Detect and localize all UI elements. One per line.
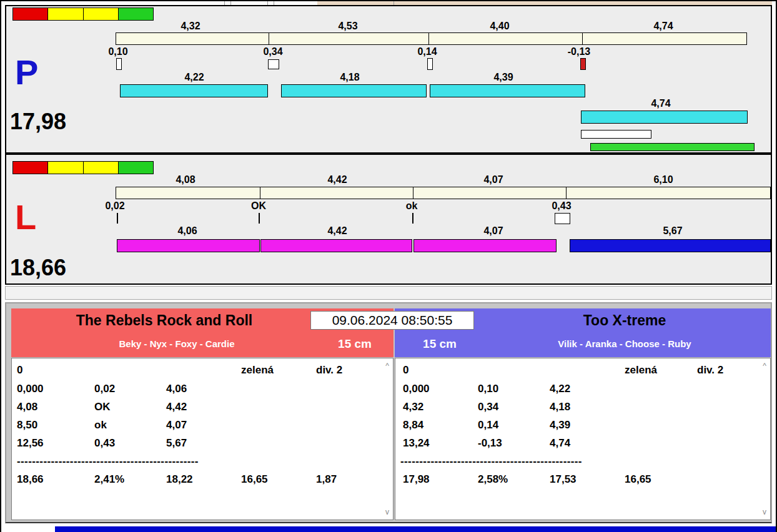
height-class-badge: 15 cm bbox=[402, 337, 477, 351]
delta-marker-fault bbox=[580, 58, 586, 70]
delta-time-label: 0,10 bbox=[108, 46, 127, 57]
team-left-results[interactable]: 0 zelená div. 2 0,000 0,02 4,06 4,08 OK … bbox=[11, 358, 393, 520]
result-cell: 0,34 bbox=[478, 400, 498, 414]
total-value: 16,65 bbox=[625, 473, 651, 486]
scroll-up-icon[interactable]: ^ bbox=[385, 362, 389, 370]
taskbar[interactable] bbox=[55, 526, 777, 532]
lane-total-time: 17,98 bbox=[10, 110, 66, 134]
result-cell: zelená bbox=[625, 363, 657, 377]
background-window-tick bbox=[393, 0, 394, 5]
result-cell: -0,13 bbox=[478, 436, 502, 450]
progress-placeholder-bar bbox=[581, 130, 651, 139]
result-cell: div. 2 bbox=[316, 363, 342, 377]
background-window-tick bbox=[267, 0, 268, 5]
lane-total-time: 18,66 bbox=[10, 256, 66, 280]
results-row: 12,56 0,43 5,67 bbox=[12, 436, 393, 453]
indicator-red-segment bbox=[13, 8, 48, 20]
traffic-light-indicator bbox=[12, 7, 154, 21]
result-cell: 0 bbox=[403, 363, 408, 377]
segment-time-label: 5,67 bbox=[663, 225, 682, 237]
scroll-down-icon[interactable]: v bbox=[385, 508, 389, 516]
total-percent: 2,58% bbox=[478, 473, 508, 486]
total-percent: 2,41% bbox=[94, 473, 124, 486]
reference-time-bar bbox=[116, 187, 771, 199]
split-time-label: 4,08 bbox=[176, 174, 195, 185]
results-info-row: 0 zelená div. 2 bbox=[12, 363, 393, 380]
result-cell: 5,67 bbox=[166, 436, 187, 450]
indicator-yellow-segment bbox=[48, 8, 83, 20]
indicator-green-segment bbox=[119, 8, 153, 20]
result-cell: 12,56 bbox=[17, 436, 44, 450]
result-cell: 4,39 bbox=[550, 418, 570, 432]
status-green-bar bbox=[590, 143, 755, 151]
total-value: 16,65 bbox=[241, 473, 268, 486]
segment-time-label: 4,39 bbox=[493, 72, 513, 83]
results-row: 0,000 0,02 4,06 bbox=[12, 382, 393, 398]
delta-time-label: 0,02 bbox=[105, 200, 124, 212]
team-right-results[interactable]: 0 zelená div. 2 0,000 0,10 4,22 4,32 0,3… bbox=[395, 358, 771, 520]
total-value: 17,53 bbox=[550, 473, 577, 486]
reference-bar-tick bbox=[260, 187, 260, 199]
delta-time-label: ok bbox=[406, 200, 418, 212]
reference-bar-tick bbox=[413, 187, 413, 199]
split-time-label: 4,40 bbox=[490, 21, 509, 32]
result-cell: 0,10 bbox=[478, 382, 498, 396]
segment-bar bbox=[117, 239, 260, 252]
delta-marker bbox=[268, 59, 279, 69]
scroll-down-icon[interactable]: v bbox=[763, 508, 766, 516]
result-cell: 0,000 bbox=[403, 382, 430, 396]
segment-bar bbox=[120, 84, 268, 97]
traffic-light-indicator bbox=[12, 161, 154, 174]
result-cell: 0,000 bbox=[17, 382, 44, 396]
indicator-red-segment bbox=[13, 162, 48, 174]
result-cell: 4,32 bbox=[403, 400, 423, 414]
empty-status-strip bbox=[5, 286, 772, 300]
delta-marker bbox=[116, 58, 122, 70]
background-window-tick bbox=[274, 0, 274, 5]
result-cell: 0 bbox=[17, 363, 22, 377]
segment-bar-final bbox=[570, 239, 771, 252]
results-separator: ----------------------------------------… bbox=[400, 455, 582, 468]
split-time-label: 4,42 bbox=[327, 174, 347, 185]
total-time: 17,98 bbox=[403, 473, 430, 486]
segment-bar bbox=[413, 239, 557, 252]
team-members: Vilik - Aranka - Choose - Ruby bbox=[482, 338, 767, 350]
segment-time-label: 4,07 bbox=[483, 225, 503, 237]
results-separator: ----------------------------------------… bbox=[17, 455, 199, 468]
result-cell: 0,14 bbox=[478, 418, 498, 432]
lane-letter: L bbox=[15, 200, 36, 235]
delta-marker bbox=[427, 58, 433, 70]
segment-time-label: 4,06 bbox=[177, 225, 197, 237]
delta-marker-tick bbox=[259, 213, 260, 224]
result-cell: 0,02 bbox=[94, 382, 115, 396]
segment-time-label: 4,22 bbox=[184, 72, 204, 83]
result-cell: 0,43 bbox=[94, 436, 115, 450]
timestamp: 09.06.2024 08:50:55 bbox=[310, 311, 474, 330]
result-cell: div. 2 bbox=[697, 363, 723, 377]
delta-time-label: -0,13 bbox=[568, 46, 590, 57]
height-class-badge: 15 cm bbox=[311, 337, 398, 351]
split-time-label: 4,32 bbox=[181, 21, 200, 32]
delta-marker-tick bbox=[117, 213, 118, 224]
segment-time-label: 4,18 bbox=[340, 72, 359, 83]
segment-bar bbox=[260, 239, 412, 252]
split-time-label: 6,10 bbox=[653, 174, 673, 185]
result-cell: 8,50 bbox=[17, 418, 37, 432]
background-window-tick bbox=[230, 0, 231, 5]
results-row: 8,50 ok 4,07 bbox=[12, 418, 393, 435]
reference-bar-tick bbox=[269, 33, 269, 44]
team-name: Too X-treme bbox=[482, 312, 767, 328]
team-name: The Rebels Rock and Roll bbox=[11, 312, 317, 328]
scroll-up-icon[interactable]: ^ bbox=[763, 362, 766, 370]
results-section: The Rebels Rock and Roll Beky - Nyx - Fo… bbox=[5, 302, 772, 523]
indicator-yellow-segment bbox=[84, 162, 119, 174]
background-window-tick bbox=[224, 0, 225, 5]
result-cell: 4,42 bbox=[166, 400, 187, 414]
total-value: 1,87 bbox=[316, 473, 337, 486]
result-cell: 13,24 bbox=[403, 436, 430, 450]
results-row: 4,32 0,34 4,18 bbox=[395, 400, 770, 416]
reference-bar-tick bbox=[582, 33, 583, 44]
segment-bar bbox=[281, 84, 427, 97]
reference-bar-tick bbox=[566, 187, 567, 199]
results-totals-row: 18,66 2,41% 18,22 16,65 1,87 bbox=[12, 473, 393, 489]
